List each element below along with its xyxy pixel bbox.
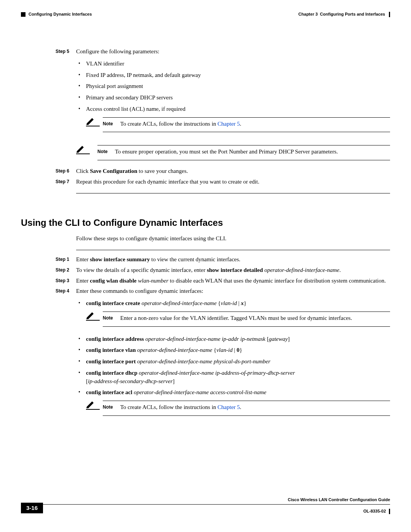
bullet-item: Fixed IP address, IP netmask, and defaul… <box>76 71 390 80</box>
note-pencil-icon <box>76 145 97 155</box>
note-label: Note <box>103 403 120 412</box>
steps-top-rule <box>76 250 390 250</box>
guide-title: Cisco Wireless LAN Controller Configurat… <box>21 497 390 505</box>
section-intro: Follow these steps to configure dynamic … <box>76 235 390 243</box>
cli-arg: operator-defined-interface-name <box>264 267 339 273</box>
page-footer: Cisco Wireless LAN Controller Configurat… <box>21 497 390 517</box>
step-label: Step 5 <box>21 48 76 55</box>
note-block: Note To ensure proper operation, you mus… <box>76 145 390 160</box>
step5-bullets: VLAN identifier Fixed IP address, IP net… <box>76 60 390 133</box>
cli-arg: operator-defined-interface-name access-c… <box>134 389 266 395</box>
cli-command: config interface create <box>86 300 140 306</box>
note-text: To ensure proper operation, you must set… <box>115 148 390 156</box>
note-text: To create ACLs, follow the instructions … <box>120 403 390 412</box>
svg-marker-1 <box>76 146 84 153</box>
steps-block-1: Step 5 Configure the following parameter… <box>21 48 390 193</box>
step-body: Configure the following parameters: VLAN… <box>76 48 390 135</box>
footer-end-bar-icon <box>389 509 390 514</box>
cli-step-3: Step 3 Enter config wlan disable wlan-nu… <box>21 277 390 285</box>
steps-block-2: Step 1 Enter show interface summary to v… <box>21 256 390 419</box>
cli-command: show interface detailed <box>207 267 263 273</box>
bullet-text: Access control list (ACL) name, if requi… <box>86 106 185 112</box>
chapter-number: Chapter 3 <box>298 11 318 18</box>
step-5: Step 5 Configure the following parameter… <box>21 48 390 135</box>
note-pencil-icon <box>86 117 103 127</box>
step-label: Step 3 <box>21 277 76 284</box>
cli-arg: operator-defined-interface-name ip-addr … <box>145 336 265 342</box>
bullet-item: Access control list (ACL) name, if requi… <box>76 105 390 133</box>
cli-command: show interface summary <box>90 256 150 262</box>
header-marker-icon <box>21 12 25 17</box>
step-body: Enter config wlan disable wlan-number to… <box>76 277 390 285</box>
cli-arg: operator-defined-interface-name <box>137 347 212 353</box>
step-label: Step 2 <box>21 266 76 273</box>
svg-marker-2 <box>86 312 94 319</box>
note-block: Note To create ACLs, follow the instruct… <box>86 401 390 416</box>
step5-intro: Configure the following parameters: <box>76 48 159 54</box>
step-body: To view the details of a specific dynami… <box>76 266 390 275</box>
note-text: Enter a non-zero value for the VLAN iden… <box>120 314 390 323</box>
step-label: Step 4 <box>21 287 76 294</box>
step-label: Step 7 <box>21 178 76 185</box>
section-divider <box>76 193 390 193</box>
bullet-item: config interface vlan operator-defined-i… <box>76 346 390 355</box>
bullet-item: config interface acl operator-defined-in… <box>76 388 390 416</box>
section-heading: Using the CLI to Configure Dynamic Inter… <box>21 216 390 230</box>
step-label: Step 1 <box>21 256 76 263</box>
step4-intro: Enter these commands to configure dynami… <box>76 288 203 294</box>
note-label: Note <box>103 314 120 323</box>
note-pencil-icon <box>86 401 103 411</box>
page-number-badge: 3-16 <box>21 503 43 513</box>
step-7: Step 7 Repeat this procedure for each dy… <box>21 178 390 186</box>
cli-command: config interface port <box>86 358 136 364</box>
cli-command: config interface vlan <box>86 347 136 353</box>
note-text: To create ACLs, follow the instructions … <box>120 120 390 128</box>
cli-arg: operator-defined-interface-name physical… <box>137 358 271 364</box>
note-block: Note Enter a non-zero value for the VLAN… <box>86 312 390 327</box>
step-body: Enter show interface summary to view the… <box>76 256 390 264</box>
cli-step-4: Step 4 Enter these commands to configure… <box>21 287 390 419</box>
ui-action: Save Configuration <box>90 168 137 174</box>
step-body: Click Save Configuration to save your ch… <box>76 167 390 176</box>
chapter-link[interactable]: Chapter 5 <box>218 121 240 127</box>
page-content: Step 5 Configure the following parameter… <box>21 48 390 421</box>
bullet-item: config interface address operator-define… <box>76 335 390 343</box>
header-right: Chapter 3 Configuring Ports and Interfac… <box>296 11 390 18</box>
cli-command: config interface address <box>86 336 144 342</box>
bullet-item: Physical port assignment <box>76 82 390 91</box>
svg-marker-3 <box>86 401 94 408</box>
page-header: Configuring Dynamic Interfaces Chapter 3… <box>21 11 390 18</box>
doc-number: OL-8335-02 <box>363 508 390 514</box>
step-body: Enter these commands to configure dynami… <box>76 287 390 419</box>
header-left: Configuring Dynamic Interfaces <box>21 11 92 18</box>
svg-marker-0 <box>86 118 94 125</box>
note-pencil-icon <box>86 312 103 321</box>
step-label: Step 6 <box>21 167 76 174</box>
bullet-item: config interface create operator-defined… <box>76 299 390 327</box>
bullet-item: Primary and secondary DHCP servers <box>76 94 390 102</box>
cli-command: config interface acl <box>86 389 132 395</box>
bullet-item: config interface port operator-defined-i… <box>76 358 390 366</box>
cli-step-1: Step 1 Enter show interface summary to v… <box>21 256 390 264</box>
chapter-link[interactable]: Chapter 5 <box>218 404 240 410</box>
note-label: Note <box>97 148 115 156</box>
section-breadcrumb: Configuring Dynamic Interfaces <box>29 11 92 18</box>
cli-arg: operator-defined-interface-name ip-addre… <box>139 370 295 376</box>
cli-step-2: Step 2 To view the details of a specific… <box>21 266 390 275</box>
bullet-item: VLAN identifier <box>76 60 390 68</box>
step-body: Repeat this procedure for each dynamic i… <box>76 178 390 186</box>
step-6: Step 6 Click Save Configuration to save … <box>21 167 390 176</box>
cli-command: config wlan disable <box>90 278 137 284</box>
chapter-title: Configuring Ports and Interfaces <box>320 11 385 18</box>
note-block: Note To create ACLs, follow the instruct… <box>86 117 390 133</box>
header-end-bar-icon <box>389 12 390 17</box>
cli-command: config interface dhcp <box>86 370 137 376</box>
cli-arg: operator-defined-interface-name <box>142 300 217 306</box>
note-label: Note <box>103 120 120 128</box>
step4-bullets: config interface create operator-defined… <box>76 299 390 416</box>
cli-arg: wlan-number <box>138 278 169 284</box>
bullet-item: config interface dhcp operator-defined-i… <box>76 369 390 386</box>
